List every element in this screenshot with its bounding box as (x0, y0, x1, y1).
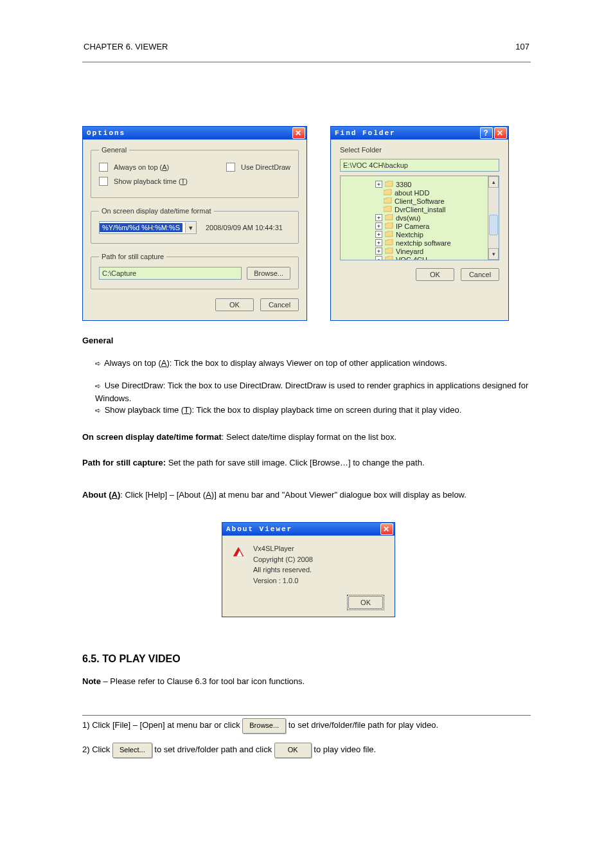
scroll-up-icon[interactable]: ▴ (488, 176, 499, 188)
path-heading-text: Path for still capture: Set the path for… (82, 457, 531, 469)
folder-icon (385, 239, 393, 246)
about-titlebar: About Viewer ✕ (222, 523, 395, 536)
expand-icon[interactable]: + (375, 239, 382, 246)
folder-icon (385, 181, 393, 188)
capture-path-legend: Path for still capture (99, 253, 166, 260)
close-icon[interactable]: ✕ (380, 523, 393, 535)
cancel-button[interactable]: Cancel (461, 268, 499, 281)
help-icon[interactable]: ? (480, 127, 493, 139)
tree-node[interactable]: + Vineyard (375, 247, 496, 255)
expand-icon[interactable]: + (375, 181, 382, 188)
tree-spacer (375, 198, 381, 204)
use-directdraw-checkbox[interactable] (226, 163, 235, 172)
browse-button[interactable]: Browse... (247, 267, 290, 280)
section-rule (82, 715, 531, 716)
step-1: 1) Click [File] – [Open] at menu bar or … (82, 718, 531, 734)
general-legend: General (99, 146, 129, 154)
tree-node-label: IP Camera (396, 222, 429, 230)
folder-icon (385, 256, 393, 260)
tree-node[interactable]: DvrClient_install (375, 205, 496, 213)
tree-node[interactable]: + IP Camera (375, 222, 496, 230)
general-heading: General (82, 334, 531, 347)
tree-node-label: VOC 4CH (396, 256, 427, 261)
options-dialog: Options ✕ General Always on top (A) (82, 126, 307, 321)
capture-path-group: Path for still capture C:\Capture Browse… (91, 253, 299, 289)
folder-icon (384, 197, 392, 204)
close-icon[interactable]: ✕ (292, 127, 305, 139)
expand-icon[interactable]: + (375, 231, 382, 238)
osd-legend: On screen display date/time format (99, 207, 214, 215)
tree-node[interactable]: + Nextchip (375, 230, 496, 239)
header-rule (82, 62, 531, 62)
date-format-sample: 2008/09/09 AM 10:44:31 (206, 224, 283, 231)
tree-scrollbar[interactable]: ▴ ▾ (488, 176, 499, 260)
tree-node[interactable]: about HDD (375, 188, 496, 197)
page-number: 107 (515, 42, 529, 51)
folder-icon (385, 214, 393, 221)
tree-node-label: Client_Software (395, 197, 445, 205)
browse-button-inline: Browse... (242, 718, 286, 734)
ok-button[interactable]: OK (348, 596, 383, 609)
collapse-icon[interactable]: - (375, 256, 382, 260)
about-line3: All rights reserved. (253, 565, 313, 575)
find-folder-dialog: Find Folder ? ✕ Select Folder E:\VOC 4CH… (330, 126, 509, 321)
tree-node-label: about HDD (395, 189, 429, 197)
expand-icon[interactable]: + (375, 214, 382, 221)
show-playback-time-label: Show playback time (T) (114, 177, 188, 185)
note-line: Note – Please refer to Clause 6.3 for to… (82, 675, 531, 702)
tree-node-label: Vineyard (396, 248, 423, 255)
scroll-down-icon[interactable]: ▾ (488, 248, 499, 260)
select-button-inline: Select... (112, 743, 152, 758)
header-title: CHAPTER 6. VIEWER (84, 42, 168, 51)
ok-button-inline: OK (274, 743, 312, 758)
capture-path-input[interactable]: C:\Capture (99, 267, 242, 280)
about-line4: Version : 1.0.0 (253, 575, 313, 586)
close-icon[interactable]: ✕ (494, 127, 507, 139)
tree-node-label: nextchip software (396, 239, 451, 247)
date-format-combo[interactable]: %Y/%m/%d %H:%M:%S ▾ (99, 221, 197, 234)
scroll-thumb[interactable] (489, 215, 498, 235)
find-folder-title: Find Folder (335, 129, 396, 137)
osd-heading-text: On screen display date/time format: Sele… (82, 431, 531, 444)
expand-icon[interactable]: + (375, 248, 382, 255)
folder-path-input[interactable]: E:\VOC 4CH\backup (340, 159, 499, 172)
osd-group: On screen display date/time format %Y/%m… (91, 207, 299, 244)
section-heading: 6.5. TO PLAY VIDEO (82, 651, 531, 667)
find-folder-titlebar: Find Folder ? ✕ (331, 127, 508, 140)
directdraw-desc: ➪ Use DirectDraw: Tick the box to use Di… (95, 379, 531, 405)
tree-spacer (375, 190, 381, 195)
tree-node[interactable]: - VOC 4CH (375, 255, 496, 260)
step-2: 2) Click Select... to set drive/folder p… (82, 743, 531, 758)
date-format-value: %Y/%m/%d %H:%M:%S (100, 223, 182, 232)
playback-time-desc: ➪ Show playback time (T): Tick the box t… (95, 404, 531, 417)
folder-icon (385, 231, 393, 238)
cancel-button[interactable]: Cancel (260, 298, 299, 311)
always-on-top-label: Always on top (A) (114, 163, 169, 171)
about-text: About (A): Click [Help] – [About (A)] at… (82, 489, 531, 502)
about-title: About Viewer (226, 525, 292, 533)
tree-node[interactable]: + nextchip software (375, 239, 496, 247)
always-on-top-checkbox[interactable] (99, 163, 108, 172)
ok-button[interactable]: OK (215, 298, 254, 311)
chevron-down-icon: ▾ (185, 222, 196, 233)
tree-node-label: 3380 (396, 181, 411, 188)
select-folder-label: Select Folder (340, 146, 499, 154)
app-logo-icon (231, 545, 245, 559)
folder-icon (385, 222, 393, 230)
ok-button[interactable]: OK (416, 268, 454, 281)
tree-node-label: DvrClient_install (395, 206, 445, 213)
tree-node[interactable]: Client_Software (375, 197, 496, 205)
about-line1: Vx4SLPlayer (253, 543, 313, 554)
options-titlebar: Options ✕ (83, 127, 306, 140)
show-playback-time-checkbox[interactable] (99, 177, 108, 186)
expand-icon[interactable]: + (375, 222, 382, 230)
folder-icon (384, 206, 392, 213)
options-title: Options (87, 129, 125, 137)
folder-icon (384, 189, 392, 196)
folder-tree[interactable]: + 3380 about HDD Client_Software DvrClie… (340, 176, 499, 260)
tree-node-label: dvs(wu) (396, 214, 421, 222)
tree-spacer (375, 206, 381, 212)
tree-node-label: Nextchip (396, 231, 423, 239)
tree-node[interactable]: + dvs(wu) (375, 213, 496, 222)
tree-node[interactable]: + 3380 (375, 180, 496, 188)
